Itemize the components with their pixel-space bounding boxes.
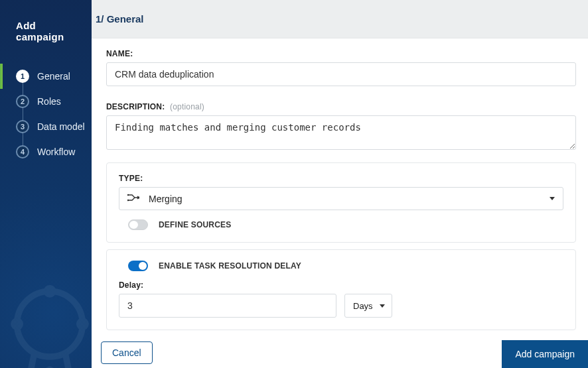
- define-sources-label: DEFINE SOURCES: [159, 220, 231, 229]
- delay-row: Days: [119, 294, 563, 318]
- chevron-down-icon: [550, 197, 555, 200]
- optional-hint: (optional): [170, 102, 204, 111]
- step-data-model[interactable]: 3 Data model: [0, 114, 92, 139]
- step-number: 3: [16, 120, 29, 133]
- footer: Cancel Add campaign: [92, 335, 588, 368]
- svg-rect-6: [138, 197, 140, 199]
- merge-icon: [127, 193, 139, 204]
- step-header: 1/ General: [92, 0, 588, 38]
- define-sources-toggle[interactable]: [128, 219, 148, 230]
- enable-delay-row: ENABLE TASK RESOLUTION DELAY: [119, 261, 563, 271]
- delay-input[interactable]: [119, 294, 336, 318]
- description-label: DESCRIPTION: (optional): [106, 102, 576, 111]
- svg-point-4: [127, 194, 129, 196]
- type-value: Merging: [149, 194, 550, 204]
- delay-label: Delay:: [119, 280, 563, 290]
- chevron-down-icon: [380, 304, 385, 308]
- step-general[interactable]: 1 General: [0, 64, 92, 89]
- svg-point-1: [44, 285, 56, 298]
- svg-point-3: [76, 318, 89, 330]
- svg-point-5: [127, 200, 129, 202]
- cancel-button[interactable]: Cancel: [101, 341, 153, 364]
- badge-decoration-icon: [0, 269, 92, 368]
- define-sources-row: DEFINE SOURCES: [119, 219, 563, 230]
- wizard-steps: 1 General 2 Roles 3 Data model 4 Workflo…: [0, 57, 92, 164]
- svg-point-2: [11, 318, 23, 330]
- step-connector: [23, 82, 23, 155]
- step-label: Workflow: [37, 147, 75, 157]
- add-campaign-button[interactable]: Add campaign: [502, 340, 588, 368]
- delay-unit-value: Days: [353, 301, 380, 311]
- type-label: TYPE:: [119, 174, 563, 183]
- step-number: 2: [16, 95, 29, 108]
- name-input[interactable]: [106, 62, 576, 86]
- step-label: General: [37, 71, 70, 82]
- enable-delay-label: ENABLE TASK RESOLUTION DELAY: [159, 261, 301, 271]
- main-content: NAME: DESCRIPTION: (optional) TYPE: Merg…: [92, 38, 588, 338]
- type-select[interactable]: Merging: [119, 187, 563, 210]
- step-header-title: 1/ General: [96, 13, 144, 25]
- sidebar: Add campaign 1 General 2 Roles 3 Data mo…: [0, 0, 92, 368]
- type-panel: TYPE: Merging DEFINE SOURCES: [106, 162, 576, 243]
- step-roles[interactable]: 2 Roles: [0, 89, 92, 114]
- enable-delay-toggle[interactable]: [128, 261, 148, 271]
- step-workflow[interactable]: 4 Workflow: [0, 139, 92, 164]
- description-input[interactable]: [106, 115, 576, 150]
- name-label: NAME:: [106, 49, 576, 58]
- step-label: Roles: [37, 96, 61, 107]
- svg-point-0: [17, 291, 83, 357]
- delay-panel: ENABLE TASK RESOLUTION DELAY Delay: Days: [106, 249, 576, 330]
- step-number: 4: [16, 145, 29, 158]
- sidebar-title: Add campaign: [0, 0, 92, 57]
- delay-unit-select[interactable]: Days: [344, 294, 392, 318]
- step-label: Data model: [37, 121, 85, 132]
- step-number: 1: [16, 70, 29, 83]
